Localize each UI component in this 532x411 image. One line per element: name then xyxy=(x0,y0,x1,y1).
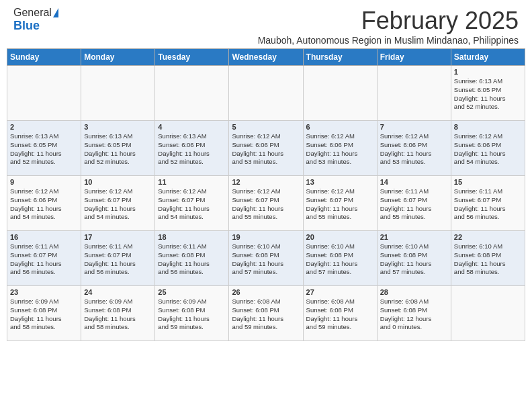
day-info: Sunrise: 6:10 AM Sunset: 6:08 PM Dayligh… xyxy=(454,242,522,277)
day-cell: 25Sunrise: 6:09 AM Sunset: 6:08 PM Dayli… xyxy=(155,286,229,341)
day-info: Sunrise: 6:12 AM Sunset: 6:06 PM Dayligh… xyxy=(232,132,300,167)
day-cell: 7Sunrise: 6:12 AM Sunset: 6:06 PM Daylig… xyxy=(377,121,451,176)
day-header-thursday: Thursday xyxy=(303,49,377,66)
week-row-4: 16Sunrise: 6:11 AM Sunset: 6:07 PM Dayli… xyxy=(7,231,525,286)
day-info: Sunrise: 6:11 AM Sunset: 6:08 PM Dayligh… xyxy=(158,242,226,277)
day-cell: 20Sunrise: 6:10 AM Sunset: 6:08 PM Dayli… xyxy=(303,231,377,286)
day-info: Sunrise: 6:12 AM Sunset: 6:06 PM Dayligh… xyxy=(10,187,78,222)
day-cell: 8Sunrise: 6:12 AM Sunset: 6:06 PM Daylig… xyxy=(451,121,525,176)
day-info: Sunrise: 6:11 AM Sunset: 6:07 PM Dayligh… xyxy=(454,187,522,222)
week-row-3: 9Sunrise: 6:12 AM Sunset: 6:06 PM Daylig… xyxy=(7,176,525,231)
subtitle: Mauboh, Autonomous Region in Muslim Mind… xyxy=(258,35,519,46)
day-number: 8 xyxy=(454,123,522,131)
day-info: Sunrise: 6:09 AM Sunset: 6:08 PM Dayligh… xyxy=(84,298,152,332)
day-info: Sunrise: 6:10 AM Sunset: 6:08 PM Dayligh… xyxy=(380,242,448,277)
day-number: 28 xyxy=(380,288,448,296)
week-row-2: 2Sunrise: 6:13 AM Sunset: 6:05 PM Daylig… xyxy=(7,121,525,176)
day-cell: 21Sunrise: 6:10 AM Sunset: 6:08 PM Dayli… xyxy=(377,231,451,286)
day-info: Sunrise: 6:12 AM Sunset: 6:07 PM Dayligh… xyxy=(84,187,152,222)
day-cell: 9Sunrise: 6:12 AM Sunset: 6:06 PM Daylig… xyxy=(7,176,81,231)
day-info: Sunrise: 6:11 AM Sunset: 6:07 PM Dayligh… xyxy=(84,242,152,277)
day-cell xyxy=(303,66,377,121)
day-number: 23 xyxy=(10,288,78,296)
day-number: 27 xyxy=(306,288,374,296)
day-info: Sunrise: 6:11 AM Sunset: 6:07 PM Dayligh… xyxy=(10,242,78,277)
day-number: 21 xyxy=(380,233,448,241)
week-row-1: 1Sunrise: 6:13 AM Sunset: 6:05 PM Daylig… xyxy=(7,66,525,121)
day-cell: 12Sunrise: 6:12 AM Sunset: 6:07 PM Dayli… xyxy=(229,176,303,231)
day-info: Sunrise: 6:13 AM Sunset: 6:06 PM Dayligh… xyxy=(158,132,226,167)
day-number: 25 xyxy=(158,288,226,296)
day-number: 20 xyxy=(306,233,374,241)
day-header-wednesday: Wednesday xyxy=(229,49,303,66)
day-header-saturday: Saturday xyxy=(451,49,525,66)
day-cell: 22Sunrise: 6:10 AM Sunset: 6:08 PM Dayli… xyxy=(451,231,525,286)
day-number: 7 xyxy=(380,123,448,131)
main-title: February 2025 xyxy=(258,7,519,35)
day-number: 4 xyxy=(158,123,226,131)
title-section: February 2025 Mauboh, Autonomous Region … xyxy=(258,7,519,46)
week-row-5: 23Sunrise: 6:09 AM Sunset: 6:08 PM Dayli… xyxy=(7,286,525,341)
day-number: 3 xyxy=(84,123,152,131)
day-info: Sunrise: 6:09 AM Sunset: 6:08 PM Dayligh… xyxy=(158,298,226,332)
day-cell: 28Sunrise: 6:08 AM Sunset: 6:08 PM Dayli… xyxy=(377,286,451,341)
day-cell xyxy=(155,66,229,121)
day-cell xyxy=(377,66,451,121)
day-cell: 18Sunrise: 6:11 AM Sunset: 6:08 PM Dayli… xyxy=(155,231,229,286)
day-number: 6 xyxy=(306,123,374,131)
day-number: 1 xyxy=(454,68,522,76)
calendar-body: 1Sunrise: 6:13 AM Sunset: 6:05 PM Daylig… xyxy=(7,66,525,341)
day-cell: 17Sunrise: 6:11 AM Sunset: 6:07 PM Dayli… xyxy=(81,231,155,286)
day-info: Sunrise: 6:12 AM Sunset: 6:07 PM Dayligh… xyxy=(232,187,300,222)
day-info: Sunrise: 6:08 AM Sunset: 6:08 PM Dayligh… xyxy=(232,298,300,332)
day-info: Sunrise: 6:13 AM Sunset: 6:05 PM Dayligh… xyxy=(454,77,522,111)
day-number: 5 xyxy=(232,123,300,131)
day-header-sunday: Sunday xyxy=(7,49,81,66)
day-header-tuesday: Tuesday xyxy=(155,49,229,66)
day-cell: 1Sunrise: 6:13 AM Sunset: 6:05 PM Daylig… xyxy=(451,66,525,121)
day-cell: 23Sunrise: 6:09 AM Sunset: 6:08 PM Dayli… xyxy=(7,286,81,341)
day-number: 18 xyxy=(158,233,226,241)
day-cell xyxy=(451,286,525,341)
day-number: 19 xyxy=(232,233,300,241)
day-number: 15 xyxy=(454,178,522,186)
day-cell xyxy=(7,66,81,121)
day-info: Sunrise: 6:08 AM Sunset: 6:08 PM Dayligh… xyxy=(306,298,374,332)
day-cell: 24Sunrise: 6:09 AM Sunset: 6:08 PM Dayli… xyxy=(81,286,155,341)
day-cell: 11Sunrise: 6:12 AM Sunset: 6:07 PM Dayli… xyxy=(155,176,229,231)
day-info: Sunrise: 6:12 AM Sunset: 6:06 PM Dayligh… xyxy=(380,132,448,167)
day-cell: 3Sunrise: 6:13 AM Sunset: 6:05 PM Daylig… xyxy=(81,121,155,176)
day-cell: 19Sunrise: 6:10 AM Sunset: 6:08 PM Dayli… xyxy=(229,231,303,286)
day-number: 11 xyxy=(158,178,226,186)
page-header: General Blue February 2025 Mauboh, Auton… xyxy=(0,0,532,48)
day-number: 12 xyxy=(232,178,300,186)
logo-triangle-icon xyxy=(53,8,58,17)
day-cell: 10Sunrise: 6:12 AM Sunset: 6:07 PM Dayli… xyxy=(81,176,155,231)
day-cell: 14Sunrise: 6:11 AM Sunset: 6:07 PM Dayli… xyxy=(377,176,451,231)
day-header-friday: Friday xyxy=(377,49,451,66)
day-cell: 16Sunrise: 6:11 AM Sunset: 6:07 PM Dayli… xyxy=(7,231,81,286)
day-cell: 5Sunrise: 6:12 AM Sunset: 6:06 PM Daylig… xyxy=(229,121,303,176)
day-number: 16 xyxy=(10,233,78,241)
day-cell xyxy=(229,66,303,121)
day-info: Sunrise: 6:10 AM Sunset: 6:08 PM Dayligh… xyxy=(232,242,300,277)
day-info: Sunrise: 6:10 AM Sunset: 6:08 PM Dayligh… xyxy=(306,242,374,277)
day-info: Sunrise: 6:12 AM Sunset: 6:06 PM Dayligh… xyxy=(454,132,522,167)
day-number: 9 xyxy=(10,178,78,186)
day-info: Sunrise: 6:12 AM Sunset: 6:07 PM Dayligh… xyxy=(306,187,374,222)
day-info: Sunrise: 6:08 AM Sunset: 6:08 PM Dayligh… xyxy=(380,298,448,332)
day-number: 24 xyxy=(84,288,152,296)
calendar-header-row: SundayMondayTuesdayWednesdayThursdayFrid… xyxy=(7,49,525,66)
day-info: Sunrise: 6:13 AM Sunset: 6:05 PM Dayligh… xyxy=(10,132,78,167)
logo-blue: Blue xyxy=(13,19,40,33)
day-info: Sunrise: 6:12 AM Sunset: 6:07 PM Dayligh… xyxy=(158,187,226,222)
day-cell xyxy=(81,66,155,121)
day-cell: 15Sunrise: 6:11 AM Sunset: 6:07 PM Dayli… xyxy=(451,176,525,231)
day-number: 14 xyxy=(380,178,448,186)
day-cell: 4Sunrise: 6:13 AM Sunset: 6:06 PM Daylig… xyxy=(155,121,229,176)
day-number: 22 xyxy=(454,233,522,241)
logo: General Blue xyxy=(13,7,58,33)
day-info: Sunrise: 6:09 AM Sunset: 6:08 PM Dayligh… xyxy=(10,298,78,332)
day-cell: 2Sunrise: 6:13 AM Sunset: 6:05 PM Daylig… xyxy=(7,121,81,176)
day-cell: 6Sunrise: 6:12 AM Sunset: 6:06 PM Daylig… xyxy=(303,121,377,176)
